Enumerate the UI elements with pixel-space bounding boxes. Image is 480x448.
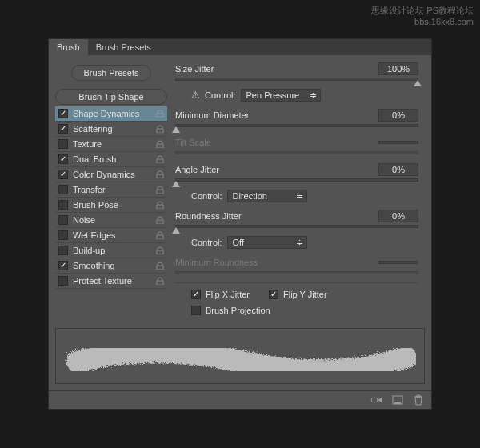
option-label: Scattering bbox=[73, 124, 156, 134]
option-scattering[interactable]: Scattering bbox=[55, 122, 167, 137]
angle-jitter-label: Angle Jitter bbox=[175, 165, 378, 174]
option-label: Smoothing bbox=[73, 261, 156, 270]
checkbox-icon bbox=[58, 261, 68, 270]
lock-icon[interactable] bbox=[156, 186, 164, 194]
footer bbox=[49, 390, 431, 409]
lock-icon[interactable] bbox=[156, 110, 164, 118]
checkbox-icon bbox=[58, 215, 68, 225]
lock-icon[interactable] bbox=[156, 140, 164, 148]
divider bbox=[175, 282, 418, 283]
roundness-jitter-slider[interactable] bbox=[175, 225, 418, 228]
brush-preview bbox=[55, 328, 425, 384]
control-roundness-dropdown[interactable]: Off bbox=[227, 236, 307, 249]
lock-icon[interactable] bbox=[156, 216, 164, 224]
control-angle-dropdown[interactable]: Direction bbox=[227, 190, 307, 202]
checkbox-icon bbox=[58, 124, 68, 134]
roundness-jitter-value[interactable]: 0% bbox=[378, 210, 418, 222]
option-build-up[interactable]: Build-up bbox=[55, 243, 167, 258]
control-size-dropdown[interactable]: Pen Pressure bbox=[241, 89, 321, 102]
tab-bar: Brush Brush Presets bbox=[49, 39, 431, 55]
brush-stroke-preview bbox=[64, 332, 416, 380]
checkbox-icon bbox=[269, 290, 278, 299]
option-label: Protect Texture bbox=[73, 276, 156, 286]
lock-icon[interactable] bbox=[156, 262, 164, 270]
lock-icon[interactable] bbox=[156, 170, 164, 178]
option-label: Texture bbox=[73, 139, 156, 149]
tilt-scale-slider bbox=[175, 151, 418, 154]
roundness-jitter-label: Roundness Jitter bbox=[175, 211, 378, 221]
option-noise[interactable]: Noise bbox=[55, 213, 167, 228]
control-label: Control: bbox=[191, 238, 222, 247]
new-preset-icon[interactable] bbox=[391, 394, 404, 406]
lock-icon[interactable] bbox=[156, 201, 164, 209]
min-diameter-label: Minimum Diameter bbox=[175, 110, 378, 120]
checkbox-icon bbox=[58, 139, 68, 149]
warning-icon: ⚠ bbox=[191, 90, 200, 101]
control-label: Control: bbox=[191, 191, 222, 201]
lock-icon[interactable] bbox=[156, 246, 164, 254]
checkbox-icon bbox=[58, 276, 68, 286]
option-transfer[interactable]: Transfer bbox=[55, 182, 167, 198]
svg-rect-2 bbox=[394, 402, 401, 404]
option-dual-brush[interactable]: Dual Brush bbox=[55, 152, 167, 167]
option-texture[interactable]: Texture bbox=[55, 137, 167, 152]
checkbox-icon bbox=[191, 306, 201, 315]
svg-point-0 bbox=[371, 398, 378, 402]
option-label: Shape Dynamics bbox=[73, 109, 156, 118]
watermark: 思缘设计论坛 PS教程论坛 bbs.16xx8.com bbox=[371, 5, 474, 28]
control-label: Control: bbox=[205, 90, 236, 100]
brush-tip-shape-button[interactable]: Brush Tip Shape bbox=[55, 89, 167, 105]
checkbox-icon bbox=[58, 170, 68, 179]
option-protect-texture[interactable]: Protect Texture bbox=[55, 274, 167, 289]
flip-x-jitter-checkbox[interactable]: Flip X Jitter bbox=[191, 290, 250, 299]
lock-icon[interactable] bbox=[156, 125, 164, 133]
option-shape-dynamics[interactable]: Shape Dynamics bbox=[55, 106, 167, 122]
checkbox-icon bbox=[58, 154, 68, 164]
left-column: Brush Presets Brush Tip Shape Shape Dyna… bbox=[55, 62, 167, 315]
size-jitter-label: Size Jitter bbox=[175, 64, 378, 74]
tab-brush-presets[interactable]: Brush Presets bbox=[88, 39, 159, 55]
right-column: Size Jitter100% ⚠ Control: Pen Pressure … bbox=[175, 62, 425, 315]
checkbox-icon bbox=[58, 230, 68, 240]
min-diameter-slider[interactable] bbox=[175, 124, 418, 127]
min-roundness-value bbox=[378, 261, 418, 264]
min-diameter-value[interactable]: 0% bbox=[378, 109, 418, 122]
option-label: Color Dynamics bbox=[73, 170, 156, 179]
tilt-scale-label: Tilt Scale bbox=[175, 138, 378, 147]
angle-jitter-slider[interactable] bbox=[175, 178, 418, 182]
lock-icon[interactable] bbox=[156, 231, 164, 239]
min-roundness-label: Minimum Roundness bbox=[175, 258, 378, 267]
options-list: Shape DynamicsScatteringTextureDual Brus… bbox=[55, 106, 167, 289]
size-jitter-slider[interactable] bbox=[175, 78, 418, 81]
flip-y-jitter-checkbox[interactable]: Flip Y Jitter bbox=[269, 290, 327, 299]
option-label: Transfer bbox=[73, 185, 156, 194]
option-label: Build-up bbox=[73, 246, 156, 255]
checkbox-icon bbox=[58, 246, 68, 255]
checkbox-icon bbox=[58, 185, 68, 194]
checkbox-icon bbox=[58, 109, 68, 118]
option-color-dynamics[interactable]: Color Dynamics bbox=[55, 167, 167, 182]
option-label: Noise bbox=[73, 215, 156, 225]
option-label: Brush Pose bbox=[73, 200, 156, 210]
lock-icon[interactable] bbox=[156, 155, 164, 163]
option-brush-pose[interactable]: Brush Pose bbox=[55, 198, 167, 213]
tab-brush[interactable]: Brush bbox=[49, 39, 88, 55]
min-roundness-slider bbox=[175, 271, 418, 274]
brush-presets-button[interactable]: Brush Presets bbox=[71, 65, 150, 81]
delete-icon[interactable] bbox=[412, 394, 425, 406]
brush-projection-checkbox[interactable]: Brush Projection bbox=[175, 306, 418, 315]
checkbox-icon bbox=[58, 200, 68, 210]
tilt-scale-value bbox=[378, 141, 418, 144]
option-smoothing[interactable]: Smoothing bbox=[55, 258, 167, 274]
option-label: Dual Brush bbox=[73, 154, 156, 164]
lock-icon[interactable] bbox=[156, 277, 164, 285]
option-wet-edges[interactable]: Wet Edges bbox=[55, 228, 167, 243]
size-jitter-value[interactable]: 100% bbox=[378, 62, 418, 75]
toggle-icon[interactable] bbox=[370, 394, 383, 406]
brush-panel: Brush Brush Presets Brush Presets Brush … bbox=[48, 38, 432, 410]
angle-jitter-value[interactable]: 0% bbox=[378, 163, 418, 176]
option-label: Wet Edges bbox=[73, 230, 156, 240]
checkbox-icon bbox=[191, 290, 201, 299]
